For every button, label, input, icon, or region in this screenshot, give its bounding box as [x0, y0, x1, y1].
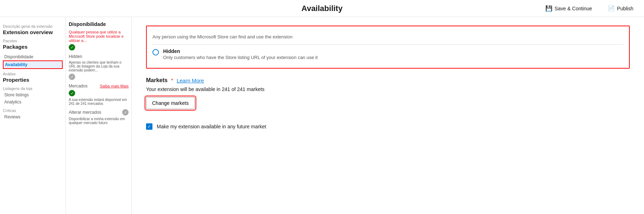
markets-desc: Your extension will be available in 241 … [146, 86, 630, 92]
hidden-option-text: Hidden Only customers who have the Store… [163, 48, 318, 60]
visibility-options-box: Any person using the Microsoft Store can… [146, 26, 630, 69]
mp-change-markets-check: ✓ [122, 109, 129, 116]
save-continue-button[interactable]: 💾 Save & Continue [540, 3, 597, 14]
publish-icon: 📄 [608, 5, 615, 12]
learn-more-link[interactable]: Learn More [177, 77, 204, 84]
save-continue-label: Save & Continue [555, 6, 592, 11]
mp-title: Disponibilidade [69, 21, 129, 27]
mp-change-markets-desc: Disponibilizar a minha extensão em qualq… [69, 117, 129, 125]
markets-section: Markets * Learn More Your extension will… [146, 77, 630, 116]
hidden-radio[interactable] [152, 49, 159, 55]
mp-markets-label: Mercados [69, 84, 88, 89]
markets-header: Markets * Learn More [146, 77, 630, 84]
required-star: * [171, 77, 173, 83]
change-markets-button[interactable]: Change markets [146, 97, 195, 109]
top-bar: Availability 💾 Save & Continue 📄 Publish [0, 0, 644, 17]
mp-hidden-label-row: Hidden [69, 54, 129, 59]
pt-criticas-label: Críticas [3, 108, 63, 113]
future-market-label: Make my extension available in any futur… [157, 124, 266, 129]
mp-hidden-section: Hidden Apenas os clientes que tenham o U… [69, 54, 129, 80]
public-option-desc: Any person using the Microsoft Store can… [152, 34, 292, 39]
mp-visibility-section: Qualquer pessoa que utilize a Microsoft … [69, 30, 129, 50]
mp-hidden-desc: Apenas os clientes que tenham o URL de l… [69, 60, 129, 72]
main-layout: Descrição geral da extensão Extension ov… [0, 17, 644, 214]
sidebar-analytics[interactable]: Analytics [3, 98, 63, 106]
publish-label: Publish [617, 6, 633, 11]
mp-hidden-check-row: ✓ [69, 74, 129, 80]
hidden-label: Hidden [163, 48, 318, 54]
sidebar-portuguese: Descrição geral da extensão Extension ov… [0, 17, 66, 214]
save-icon: 💾 [545, 5, 552, 12]
mp-hidden-label: Hidden [69, 54, 82, 59]
mp-change-markets-label: Alterar mercados [69, 110, 101, 115]
mp-markets-desc: A sua extensão estará disponível em 241 … [69, 98, 129, 106]
markets-title: Markets [146, 77, 167, 84]
mp-info-text: Qualquer pessoa que utilize a Microsoft … [69, 30, 129, 43]
mp-change-markets-row: Alterar mercados ✓ [69, 109, 129, 116]
mp-visibility-row: ✓ [69, 44, 129, 50]
sidebar-availability-pt[interactable]: Availability [3, 60, 63, 69]
mp-markets-link[interactable]: Saiba mais Mais [100, 84, 129, 88]
mp-change-markets-section: Alterar mercados ✓ Disponibilizar a minh… [69, 109, 129, 125]
pt-descricao-label: Descrição geral da extensão [3, 24, 63, 28]
mp-markets-check: ✓ [69, 90, 75, 96]
page-title: Availability [301, 4, 342, 13]
pt-disponibilidade-label: Disponibilidade [3, 53, 63, 60]
main-content: Any person using the Microsoft Store can… [132, 17, 644, 214]
sidebar-extension-overview[interactable]: Extension overview [3, 29, 63, 35]
sidebar-packages[interactable]: Packages [3, 44, 63, 50]
pt-pacotes-label: Pacotes [3, 39, 63, 43]
hidden-option[interactable]: Hidden Only customers who have the Store… [152, 45, 623, 64]
middle-panel: Disponibilidade Qualquer pessoa que util… [66, 17, 132, 214]
pt-analise-label: Análise [3, 72, 63, 76]
future-market-checkbox[interactable]: ✓ [146, 123, 152, 130]
mp-hidden-check: ✓ [69, 74, 75, 80]
mp-visibility-check: ✓ [69, 44, 75, 50]
future-market-row: ✓ Make my extension available in any fut… [146, 123, 630, 130]
mp-markets-row: Mercados Saiba mais Mais [69, 84, 129, 89]
public-option[interactable]: Any person using the Microsoft Store can… [152, 31, 623, 45]
sidebar-store-listings[interactable]: Store listings [3, 91, 63, 98]
pt-listagens-label: Listagens da loja [3, 86, 63, 91]
sidebar-properties[interactable]: Properties [3, 77, 63, 83]
sidebar-reviews[interactable]: Reviews [3, 113, 63, 121]
mp-markets-section: Mercados Saiba mais Mais ✓ A sua extensã… [69, 84, 129, 106]
hidden-desc: Only customers who have the Store listin… [163, 55, 318, 60]
publish-button[interactable]: 📄 Publish [603, 3, 638, 14]
